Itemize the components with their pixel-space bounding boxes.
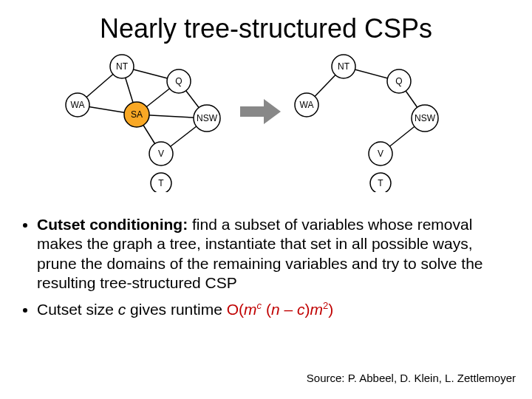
node-wa: WA [71, 100, 85, 110]
bullet-2: Cutset size c gives runtime O(mc (n – c)… [37, 300, 502, 319]
csp-diagram: .nd { fill:#fff; stroke:#000; stroke-wid… [0, 44, 532, 192]
bullet-1-label: Cutset conditioning: [37, 216, 188, 233]
bullet-1: Cutset conditioning: find a subset of va… [37, 215, 502, 293]
left-graph: WA NT Q SA NSW V T [66, 55, 220, 192]
node-nt-2: NT [338, 61, 350, 72]
svg-marker-17 [264, 99, 281, 124]
node-v: V [158, 149, 164, 159]
arrow-icon [240, 99, 281, 124]
right-graph: WA NT Q NSW V T [295, 55, 438, 192]
node-t: T [158, 178, 164, 188]
node-q: Q [175, 76, 182, 86]
node-nt: NT [116, 61, 129, 72]
slide-title: Nearly tree-structured CSPs [0, 0, 532, 44]
node-q-2: Q [395, 76, 402, 86]
node-sa: SA [131, 109, 143, 120]
node-nsw-2: NSW [415, 113, 436, 123]
source-attribution: Source: P. Abbeel, D. Klein, L. Zettlemo… [307, 372, 516, 384]
node-t-2: T [378, 178, 383, 188]
node-wa-2: WA [300, 100, 314, 110]
svg-rect-16 [240, 106, 264, 117]
node-v-2: V [378, 149, 383, 159]
node-nsw: NSW [197, 113, 218, 123]
bullet-list: Cutset conditioning: find a subset of va… [0, 208, 532, 319]
